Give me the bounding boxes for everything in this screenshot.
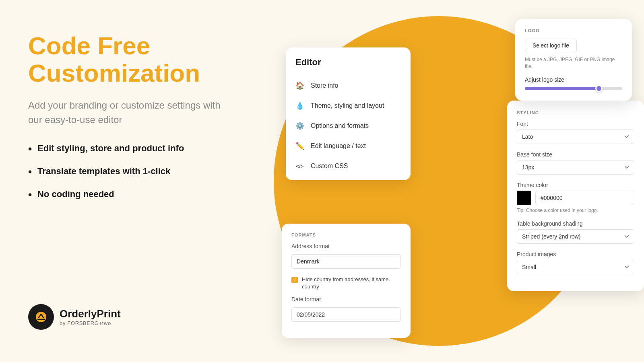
logo-card: LOGO Select logo file Must be a JPG, JPE… <box>515 19 632 101</box>
subtitle: Add your branding or customize settings … <box>28 98 221 127</box>
hide-country-row: Hide country from addresses, if same cou… <box>291 276 401 290</box>
theme-color-field-group: Theme color Tip: Choose a color used in … <box>517 182 634 213</box>
color-tip: Tip: Choose a color used in your logo. <box>517 208 634 213</box>
font-select[interactable]: LatoRobotoOpen SansMontserrat <box>517 130 634 144</box>
logo-svg <box>33 309 49 325</box>
address-format-label: Address format <box>291 243 401 249</box>
product-images-select[interactable]: SmallMediumLargeNone <box>517 260 634 274</box>
theme-color-label: Theme color <box>517 182 634 188</box>
color-row <box>517 191 634 205</box>
bullet-item-3: No coding needed <box>28 189 221 201</box>
date-format-input[interactable] <box>291 307 401 322</box>
editor-title: Editor <box>286 57 411 76</box>
hide-country-label: Hide country from addresses, if same cou… <box>302 276 401 290</box>
font-field-group: Font LatoRobotoOpen SansMontserrat <box>517 121 634 144</box>
brand-sub: by FORSBERG+two <box>60 320 121 326</box>
menu-item-options[interactable]: ⚙️ Options and formats <box>286 116 411 136</box>
brand-name: OrderlyPrint <box>60 308 121 320</box>
hide-country-checkbox[interactable] <box>291 277 298 283</box>
home-icon: 🏠 <box>295 81 304 90</box>
menu-item-css[interactable]: </> Custom CSS <box>286 156 411 176</box>
bg-shading-label: Table background shading <box>517 220 634 227</box>
logo-size-slider[interactable] <box>525 87 622 90</box>
base-font-size-select[interactable]: 11px12px13px14px16px <box>517 160 634 175</box>
editor-card: Editor 🏠 Store info 💧 Theme, styling and… <box>286 47 411 180</box>
menu-item-theme[interactable]: 💧 Theme, styling and layout <box>286 96 411 116</box>
menu-label-store-info: Store info <box>311 82 338 89</box>
main-title: Code Free Customization <box>28 32 221 87</box>
menu-label-theme: Theme, styling and layout <box>311 102 384 109</box>
bg-shading-select[interactable]: NoneStriped (every 2nd row)All rows <box>517 229 634 244</box>
drop-icon: 💧 <box>295 101 304 110</box>
code-icon: </> <box>295 162 304 171</box>
adjust-logo-label: Adjust logo size <box>525 76 622 83</box>
gear-icon: ⚙️ <box>295 121 304 130</box>
menu-item-store-info[interactable]: 🏠 Store info <box>286 76 411 96</box>
font-label: Font <box>517 121 634 127</box>
brand-logo-area: OrderlyPrint by FORSBERG+two <box>28 304 221 330</box>
menu-label-language: Edit language / text <box>311 142 366 150</box>
bullet-item-1: Edit styling, store and product info <box>28 143 221 155</box>
right-panel: Editor 🏠 Store info 💧 Theme, styling and… <box>250 0 644 362</box>
product-images-label: Product images <box>517 251 634 257</box>
date-format-label: Date format <box>291 296 401 302</box>
logo-section-label: LOGO <box>525 28 622 33</box>
logo-hint-text: Must be a JPG, JPEG, GIF or PNG image fi… <box>525 56 622 70</box>
brand-name-area: OrderlyPrint by FORSBERG+two <box>60 308 121 326</box>
slider-fill <box>525 87 599 90</box>
menu-label-options: Options and formats <box>311 122 369 130</box>
date-format-group: Date format <box>291 296 401 322</box>
svg-point-1 <box>36 312 46 322</box>
slider-thumb <box>595 85 603 92</box>
product-images-field-group: Product images SmallMediumLargeNone <box>517 251 634 274</box>
color-swatch[interactable] <box>517 191 531 205</box>
bullet-list: Edit styling, store and product info Tra… <box>28 143 221 212</box>
pencil-icon: ✏️ <box>295 142 304 150</box>
base-font-size-field-group: Base font size 11px12px13px14px16px <box>517 151 634 175</box>
menu-label-css: Custom CSS <box>311 162 348 170</box>
formats-card: FORMATS Address format Hide country from… <box>282 224 411 338</box>
menu-item-language[interactable]: ✏️ Edit language / text <box>286 136 411 156</box>
formats-section-label: FORMATS <box>291 232 401 237</box>
color-hex-input[interactable] <box>535 191 634 205</box>
base-font-size-label: Base font size <box>517 151 634 158</box>
bullet-item-2: Translate templates with 1-click <box>28 166 221 178</box>
styling-card: STYLING Font LatoRobotoOpen SansMontserr… <box>507 101 644 291</box>
select-logo-button[interactable]: Select logo file <box>525 39 577 52</box>
brand-logo-icon <box>28 304 54 330</box>
styling-section-label: STYLING <box>517 110 634 115</box>
address-format-input[interactable] <box>291 254 401 269</box>
bg-shading-field-group: Table background shading NoneStriped (ev… <box>517 220 634 244</box>
address-format-group: Address format <box>291 243 401 269</box>
left-panel: Code Free Customization Add your brandin… <box>0 0 250 362</box>
